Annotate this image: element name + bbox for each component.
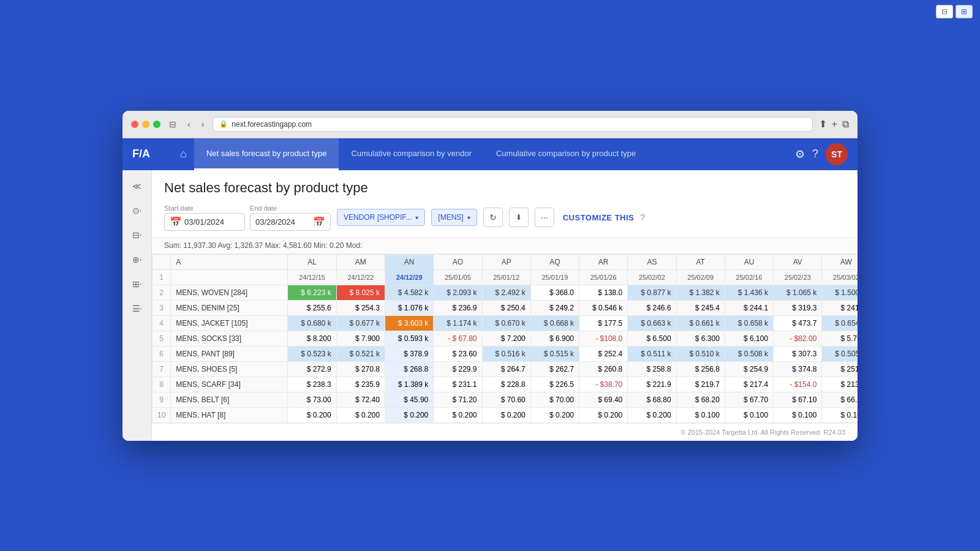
data-cell[interactable]: $ 217.4 bbox=[725, 377, 773, 392]
data-cell[interactable]: $ 0.100 bbox=[676, 407, 725, 422]
end-date-input[interactable] bbox=[255, 217, 311, 227]
data-cell[interactable]: $ 0.200 bbox=[385, 407, 433, 422]
data-cell[interactable]: $ 226.5 bbox=[530, 377, 579, 392]
data-cell[interactable]: $ 0.200 bbox=[628, 407, 676, 422]
sidebar-nav-1[interactable]: ⊙ › bbox=[126, 200, 148, 222]
col-header-av[interactable]: AV bbox=[774, 254, 822, 269]
col-header-as[interactable]: AS bbox=[628, 254, 676, 269]
sidebar-nav-2[interactable]: ⊟ › bbox=[126, 224, 148, 246]
data-cell[interactable]: $ 246.6 bbox=[628, 300, 676, 315]
data-cell[interactable]: $ 0.877 k bbox=[628, 285, 676, 300]
product-filter-dropdown[interactable]: [MENS] ▾ bbox=[431, 209, 477, 226]
data-cell[interactable]: $ 249.2 bbox=[530, 300, 579, 315]
data-cell[interactable]: $ 6.223 k bbox=[288, 285, 336, 300]
data-cell[interactable]: $ 254.3 bbox=[336, 300, 385, 315]
minimize-button[interactable] bbox=[142, 121, 149, 128]
data-cell[interactable]: $ 2.093 k bbox=[434, 285, 482, 300]
data-cell[interactable]: $ 378.9 bbox=[385, 346, 433, 361]
table-container[interactable]: A AL AM AN AO AP AQ AR AS AT AU bbox=[152, 254, 858, 423]
sidebar-nav-3[interactable]: ⊕ › bbox=[126, 249, 148, 271]
user-avatar[interactable]: ST bbox=[826, 143, 848, 165]
data-cell[interactable]: $ 2.492 k bbox=[482, 285, 530, 300]
duplicate-button[interactable]: ⧉ bbox=[842, 119, 849, 130]
data-cell[interactable]: $ 23.60 bbox=[434, 346, 482, 361]
col-header-al[interactable]: AL bbox=[288, 254, 336, 269]
data-cell[interactable]: $ 0.658 k bbox=[725, 315, 773, 331]
sidebar-nav-5[interactable]: ☰ › bbox=[126, 298, 148, 320]
data-cell[interactable]: $ 6.500 bbox=[628, 331, 676, 346]
home-button[interactable]: ⌂ bbox=[173, 143, 194, 165]
data-cell[interactable]: $ 3.603 k bbox=[385, 315, 433, 331]
data-cell[interactable]: $ 45.90 bbox=[385, 392, 433, 407]
data-cell[interactable]: $ 68.80 bbox=[628, 392, 676, 407]
data-cell[interactable]: $ 67.10 bbox=[774, 392, 822, 407]
col-header-at[interactable]: AT bbox=[676, 254, 725, 269]
data-cell[interactable]: $ 5.700 bbox=[822, 331, 858, 346]
data-cell[interactable]: $ 238.3 bbox=[288, 377, 336, 392]
data-cell[interactable]: $ 0.523 k bbox=[288, 346, 336, 361]
col-header-aq[interactable]: AQ bbox=[530, 254, 579, 269]
data-cell[interactable]: $ 0.677 k bbox=[336, 315, 385, 331]
col-header-an[interactable]: AN bbox=[385, 254, 433, 269]
data-cell[interactable]: $ 256.8 bbox=[676, 361, 725, 377]
data-cell[interactable]: $ 68.20 bbox=[676, 392, 725, 407]
data-cell[interactable]: - $108.0 bbox=[579, 331, 628, 346]
col-header-aw[interactable]: AW bbox=[822, 254, 858, 269]
maximize-button[interactable] bbox=[153, 121, 160, 128]
close-button[interactable] bbox=[131, 121, 138, 128]
data-cell[interactable]: $ 258.8 bbox=[628, 361, 676, 377]
col-header-ao[interactable]: AO bbox=[434, 254, 482, 269]
data-cell[interactable]: $ 268.8 bbox=[385, 361, 433, 377]
data-cell[interactable]: $ 8.200 bbox=[288, 331, 336, 346]
data-cell[interactable]: $ 245.4 bbox=[676, 300, 725, 315]
data-cell[interactable]: $ 250.4 bbox=[482, 300, 530, 315]
data-cell[interactable]: $ 69.40 bbox=[579, 392, 628, 407]
data-cell[interactable]: - $ 67.80 bbox=[434, 331, 482, 346]
start-date-input-row[interactable]: 📅 bbox=[164, 213, 245, 231]
data-cell[interactable]: $ 0.100 bbox=[774, 407, 822, 422]
data-cell[interactable]: $ 1.389 k bbox=[385, 377, 433, 392]
data-cell[interactable]: $ 262.7 bbox=[530, 361, 579, 377]
customize-button[interactable]: CUSTOMIZE THIS bbox=[563, 213, 635, 222]
data-cell[interactable]: $ 368.0 bbox=[530, 285, 579, 300]
data-cell[interactable]: $ 219.7 bbox=[676, 377, 725, 392]
data-cell[interactable]: $ 0.510 k bbox=[676, 346, 725, 361]
forward-button[interactable]: › bbox=[199, 118, 207, 130]
data-cell[interactable]: $ 473.7 bbox=[774, 315, 822, 331]
data-cell[interactable]: $ 228.8 bbox=[482, 377, 530, 392]
data-cell[interactable]: $ 1.382 k bbox=[676, 285, 725, 300]
data-cell[interactable]: $ 8.025 k bbox=[336, 285, 385, 300]
data-cell[interactable]: $ 241.6 bbox=[822, 300, 858, 315]
sidebar-nav-4[interactable]: ⊞ › bbox=[126, 273, 148, 295]
data-cell[interactable]: $ 0.100 bbox=[725, 407, 773, 422]
data-cell[interactable]: $ 0.511 k bbox=[628, 346, 676, 361]
data-cell[interactable]: $ 307.3 bbox=[774, 346, 822, 361]
data-cell[interactable]: $ 66.50 bbox=[822, 392, 858, 407]
tab-cumulative-product[interactable]: Cumulative comparison by product type bbox=[484, 138, 648, 170]
data-cell[interactable]: $ 221.9 bbox=[628, 377, 676, 392]
data-cell[interactable]: $ 1.076 k bbox=[385, 300, 433, 315]
data-cell[interactable]: $ 0.663 k bbox=[628, 315, 676, 331]
data-cell[interactable]: - $38.70 bbox=[579, 377, 628, 392]
data-cell[interactable]: $ 73.00 bbox=[288, 392, 336, 407]
col-header-am[interactable]: AM bbox=[336, 254, 385, 269]
data-cell[interactable]: $ 1.065 k bbox=[774, 285, 822, 300]
data-cell[interactable]: $ 254.9 bbox=[725, 361, 773, 377]
sidebar-collapse-button[interactable]: ≪ bbox=[126, 175, 148, 197]
data-cell[interactable]: $ 0.516 k bbox=[482, 346, 530, 361]
data-cell[interactable]: $ 67.70 bbox=[725, 392, 773, 407]
data-cell[interactable]: $ 255.6 bbox=[288, 300, 336, 315]
data-cell[interactable]: $ 0.593 k bbox=[385, 331, 433, 346]
data-cell[interactable]: $ 0.200 bbox=[434, 407, 482, 422]
data-cell[interactable]: $ 7.900 bbox=[336, 331, 385, 346]
help-icon[interactable]: ? bbox=[640, 212, 645, 222]
data-cell[interactable]: $ 71.20 bbox=[434, 392, 482, 407]
data-cell[interactable]: $ 0.521 k bbox=[336, 346, 385, 361]
settings-icon-button[interactable]: ⚙ bbox=[795, 148, 805, 161]
data-cell[interactable]: $ 70.00 bbox=[530, 392, 579, 407]
help-icon-button[interactable]: ? bbox=[812, 148, 818, 160]
data-cell[interactable]: $ 0.505 k bbox=[822, 346, 858, 361]
col-header-au[interactable]: AU bbox=[725, 254, 773, 269]
data-cell[interactable]: $ 236.9 bbox=[434, 300, 482, 315]
data-cell[interactable]: $ 6.900 bbox=[530, 331, 579, 346]
